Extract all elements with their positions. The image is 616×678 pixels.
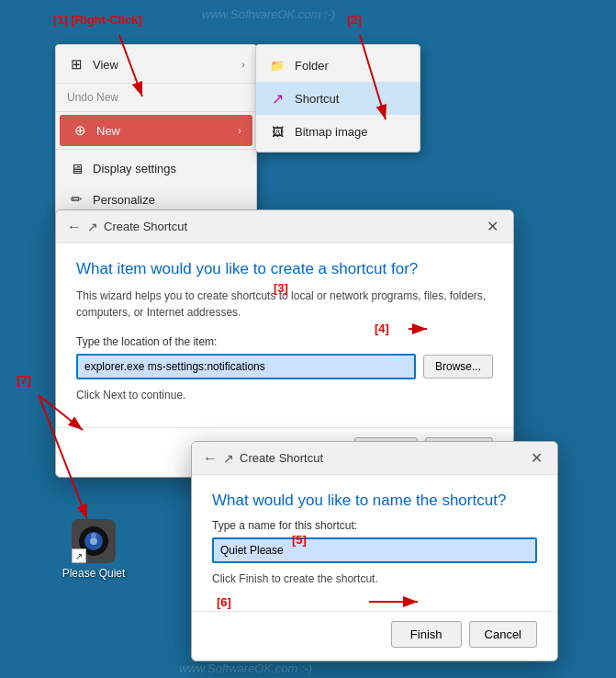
context-menu: ⊞ View › Undo New ⊕ New › 🖥 Display sett… [55, 44, 257, 220]
display-icon: 🖥 [67, 159, 85, 177]
shortcut-label: Shortcut [295, 92, 339, 106]
watermark-1: www.SoftwareOK.com :-) [202, 7, 335, 21]
dialog-2-titlebar: ← ↗ Create Shortcut ✕ [192, 442, 557, 475]
annotation-2: [2] [347, 13, 362, 27]
dialog-2-hint: Click Finish to create the shortcut. [212, 572, 537, 585]
annotation-1: [1] [Right-Click] [53, 13, 142, 27]
dialog-1-body: What item would you like to create a sho… [56, 243, 513, 427]
view-arrow: › [241, 59, 245, 70]
dialog-2-close[interactable]: ✕ [527, 449, 546, 467]
bitmap-label: Bitmap image [295, 125, 367, 139]
cancel-button-2[interactable]: Cancel [469, 621, 537, 648]
watermark-4: www.SoftwareOK.com :-) [179, 661, 312, 675]
svg-point-13 [91, 533, 96, 538]
separator-2 [56, 111, 256, 112]
dialog-2-footer: Finish Cancel [192, 611, 557, 661]
annotation-7: [7] [17, 373, 31, 387]
finish-button[interactable]: Finish [391, 621, 462, 648]
dialog-2-title: Create Shortcut [240, 451, 527, 465]
shortcut-arrow-2: ↗ [72, 548, 86, 563]
submenu-item-shortcut[interactable]: ↗ Shortcut [256, 82, 420, 115]
submenu-item-folder[interactable]: 📁 Folder [256, 49, 420, 82]
dialog-1-titlebar: ← ↗ Create Shortcut ✕ [56, 210, 513, 243]
dialog-create-shortcut-2: ← ↗ Create Shortcut ✕ What would you lik… [191, 441, 558, 661]
dialog-create-shortcut-1: ← ↗ Create Shortcut ✕ What item would yo… [55, 209, 514, 478]
new-label: New [96, 124, 120, 138]
submenu: 📁 Folder ↗ Shortcut 🖼 Bitmap image [255, 44, 420, 153]
dialog-1-close[interactable]: ✕ [483, 218, 502, 235]
submenu-item-bitmap[interactable]: 🖼 Bitmap image [256, 115, 420, 148]
back-button-1[interactable]: ← [67, 219, 82, 235]
please-quiet-icon-img: ↗ [72, 519, 116, 563]
location-input[interactable] [76, 354, 416, 379]
svg-point-12 [90, 537, 97, 545]
shortcut-icon: ↗ [267, 88, 287, 108]
browse-button[interactable]: Browse... [423, 355, 493, 379]
dialog-1-title: Create Shortcut [104, 220, 483, 233]
dialog-2-body: What would you like to name the shortcut… [192, 475, 557, 611]
context-menu-item-view[interactable]: ⊞ View › [56, 49, 256, 80]
please-quiet-label: Please Quiet [62, 567, 126, 580]
dialog-2-heading: What would you like to name the shortcut… [212, 492, 537, 510]
back-button-2[interactable]: ← [203, 450, 218, 467]
separator-1 [56, 83, 256, 84]
dialog-2-input-label: Type a name for this shortcut: [212, 519, 537, 532]
view-icon: ⊞ [67, 55, 85, 73]
new-icon: ⊕ [71, 121, 89, 140]
dialog-1-input-label: Type the location of the item: [76, 335, 493, 348]
undo-label: Undo New [56, 86, 256, 108]
dialog-1-desc: This wizard helps you to create shortcut… [76, 288, 493, 321]
desktop-icon-please-quiet[interactable]: ↗ Please Quiet [57, 519, 130, 580]
folder-label: Folder [295, 59, 329, 73]
dialog-1-heading: What item would you like to create a sho… [76, 260, 493, 278]
dialog-1-hint: Click Next to continue. [76, 389, 493, 401]
shortcut-name-input[interactable] [212, 537, 537, 563]
folder-icon: 📁 [267, 55, 287, 75]
context-menu-item-new[interactable]: ⊕ New › [60, 115, 252, 146]
shortcut-title-icon-2: ↗ [223, 451, 234, 466]
bitmap-icon: 🖼 [267, 121, 287, 141]
new-arrow: › [238, 125, 241, 136]
dialog-2-input-row [212, 537, 537, 563]
context-menu-item-display[interactable]: 🖥 Display settings [56, 153, 256, 184]
personalize-icon: ✏ [67, 190, 85, 209]
shortcut-title-icon-1: ↗ [87, 220, 98, 234]
dialog-1-input-row: Browse... [76, 354, 493, 379]
separator-3 [56, 149, 256, 150]
personalize-label: Personalize [93, 193, 155, 207]
display-label: Display settings [93, 162, 176, 175]
view-label: View [93, 58, 118, 72]
